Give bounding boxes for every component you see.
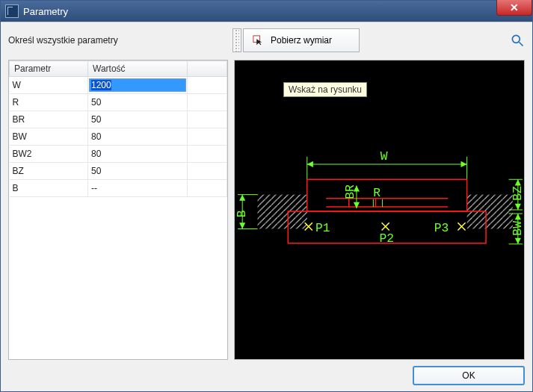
top-row: Określ wszystkie parametry Pobierz wymia…: [8, 28, 525, 52]
value-cell[interactable]: 80: [88, 146, 188, 163]
svg-marker-8: [307, 161, 313, 167]
value-input[interactable]: [89, 78, 186, 92]
svg-point-2: [512, 35, 520, 43]
parameter-table-panel: Parametr Wartość WR50BR50BW80BW280BZ50B-…: [8, 60, 228, 360]
empty-cell: [188, 146, 227, 163]
ok-button[interactable]: OK: [413, 366, 525, 385]
table-row[interactable]: W: [10, 77, 227, 94]
param-cell[interactable]: BW: [10, 128, 88, 146]
col-header-param[interactable]: Parametr: [10, 61, 88, 77]
dialog-body: Określ wszystkie parametry Pobierz wymia…: [1, 22, 532, 391]
footer: OK: [8, 360, 525, 385]
svg-marker-14: [239, 223, 245, 228]
main-row: Parametr Wartość WR50BR50BW80BW280BZ50B-…: [8, 60, 525, 360]
pick-group: Pobierz wymiar: [232, 28, 360, 52]
value-cell[interactable]: 50: [88, 111, 188, 128]
drawing-canvas: W B: [235, 60, 524, 359]
table-row[interactable]: BW280: [10, 146, 227, 163]
empty-cell: [188, 77, 227, 94]
svg-marker-1: [256, 39, 262, 45]
close-button[interactable]: ✕: [496, 0, 532, 16]
svg-marker-9: [460, 161, 466, 167]
param-cell[interactable]: B: [10, 180, 88, 197]
window-frame: Parametry ✕ Określ wszystkie parametry P…: [0, 0, 533, 392]
search-icon[interactable]: [510, 33, 525, 48]
toolbar-gripper[interactable]: [232, 28, 241, 52]
dim-label-b: B: [235, 210, 249, 217]
empty-cell: [188, 163, 227, 180]
pick-cursor-icon: [253, 35, 263, 46]
table-row[interactable]: R50: [10, 94, 227, 111]
value-cell[interactable]: 50: [88, 94, 188, 111]
empty-cell: [188, 111, 227, 128]
empty-cell: [188, 180, 227, 197]
table-row[interactable]: BR50: [10, 111, 227, 128]
instruction-label: Określ wszystkie parametry: [8, 35, 232, 46]
svg-marker-13: [239, 195, 245, 201]
pick-tooltip: Wskaż na rysunku: [283, 82, 367, 97]
svg-marker-23: [515, 214, 521, 220]
value-cell[interactable]: 50: [88, 163, 188, 180]
empty-cell: [188, 128, 227, 146]
table-row[interactable]: BZ50: [10, 163, 227, 180]
titlebar: Parametry ✕: [1, 1, 532, 22]
svg-marker-24: [515, 238, 521, 244]
empty-cell: [188, 94, 227, 111]
value-cell[interactable]: --: [88, 180, 188, 197]
param-cell[interactable]: BW2: [10, 146, 88, 163]
dim-label-w: W: [381, 149, 388, 164]
svg-marker-19: [515, 204, 521, 210]
svg-marker-33: [354, 202, 360, 208]
table-row[interactable]: BW80: [10, 128, 227, 146]
param-cell[interactable]: BR: [10, 111, 88, 128]
window-title: Parametry: [23, 6, 68, 17]
pick-dimension-button[interactable]: Pobierz wymiar: [243, 28, 360, 52]
col-header-empty[interactable]: [188, 61, 227, 77]
value-cell[interactable]: [88, 77, 188, 94]
param-cell[interactable]: W: [10, 77, 88, 94]
col-header-value[interactable]: Wartość: [88, 61, 188, 77]
app-icon: [5, 4, 19, 18]
param-cell[interactable]: R: [10, 94, 88, 111]
point-label-p3: P3: [434, 221, 449, 235]
table-row[interactable]: B--: [10, 180, 227, 197]
parameter-table[interactable]: Parametr Wartość WR50BR50BW80BW280BZ50B-…: [9, 60, 227, 197]
value-cell[interactable]: 80: [88, 128, 188, 146]
param-cell[interactable]: BZ: [10, 163, 88, 180]
drawing-preview[interactable]: W B: [234, 60, 525, 360]
dim-label-br: BR: [343, 184, 357, 199]
pick-dimension-label: Pobierz wymiar: [271, 35, 332, 46]
dim-label-r: R: [373, 186, 381, 200]
point-label-p1: P1: [315, 221, 330, 235]
svg-line-3: [520, 43, 523, 46]
point-label-p2: P2: [380, 231, 395, 246]
svg-marker-18: [515, 179, 521, 185]
close-icon: ✕: [510, 1, 519, 13]
